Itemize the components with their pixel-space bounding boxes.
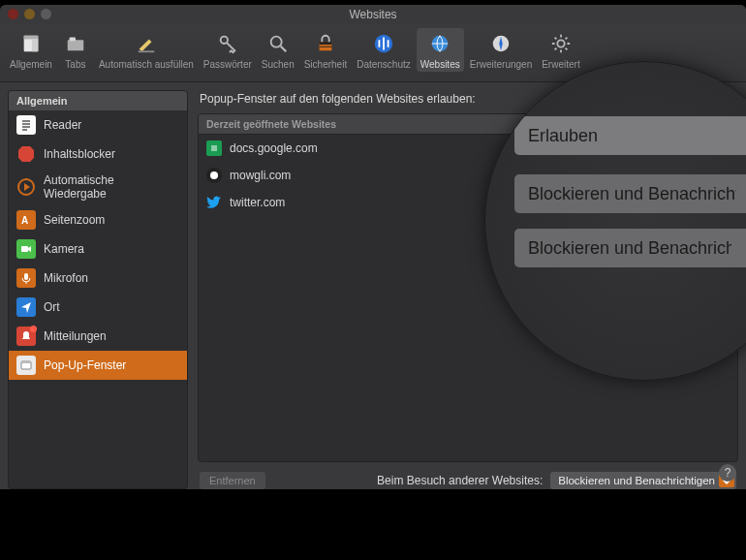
camera-icon [16, 239, 36, 259]
sidebar-item-page-zoom[interactable]: A Seitenzoom [9, 205, 187, 234]
tab-label: Sicherheit [304, 59, 347, 70]
menu-option-label: Blockieren und Benachrichtigen [528, 238, 731, 259]
sidebar-item-label: Seitenzoom [44, 213, 105, 227]
minimize-icon[interactable] [24, 9, 35, 19]
google-docs-icon [206, 140, 222, 156]
remove-button[interactable]: Entfernen [200, 472, 265, 489]
sidebar-item-reader[interactable]: Reader [9, 110, 187, 140]
compass-icon [487, 30, 514, 57]
sidebar-item-autoplay[interactable]: Automatische Wiedergabe [9, 169, 187, 205]
reader-icon [16, 115, 36, 135]
tab-label: Suchen [262, 59, 295, 70]
sidebar-item-location[interactable]: Ort [9, 293, 187, 322]
site-domain: twitter.com [230, 196, 285, 209]
zoom-window-icon[interactable] [41, 9, 51, 19]
tab-general[interactable]: Allgemein [6, 28, 56, 72]
sidebar: Allgemein Reader Inhaltsblocker Automati… [8, 90, 188, 489]
bell-icon [16, 327, 36, 346]
sidebar-item-label: Kamera [44, 242, 84, 256]
tab-extensions[interactable]: Erweiterungen [466, 28, 536, 72]
tab-label: Erweitert [542, 59, 579, 70]
svg-marker-15 [18, 146, 34, 162]
menu-option-block-notify-2[interactable]: Blockieren und Benachrichtigen [514, 229, 746, 267]
svg-rect-10 [320, 47, 332, 47]
svg-text:A: A [21, 215, 28, 226]
svg-rect-4 [70, 38, 76, 42]
tab-label: Automatisch ausfüllen [99, 59, 194, 70]
default-policy-select[interactable]: Blockieren und Benachrichtigen [550, 472, 736, 489]
tab-advanced[interactable]: Erweitert [538, 28, 583, 72]
sidebar-item-label: Reader [44, 118, 81, 132]
close-icon[interactable] [8, 9, 18, 19]
sidebar-item-notifications[interactable]: Mitteilungen [9, 322, 187, 351]
sidebar-item-label: Pop-Up-Fenster [44, 358, 126, 372]
security-icon [312, 30, 339, 57]
tab-label: Tabs [65, 59, 85, 70]
tabs-icon [62, 30, 89, 57]
traffic-lights [8, 9, 51, 19]
search-icon [264, 30, 292, 57]
privacy-icon [370, 30, 397, 57]
general-icon [17, 30, 45, 57]
svg-rect-5 [139, 50, 155, 52]
help-button[interactable]: ? [719, 464, 736, 482]
tab-security[interactable]: Sicherheit [300, 28, 351, 72]
tab-autofill[interactable]: Automatisch ausfüllen [95, 28, 198, 72]
svg-point-6 [220, 37, 227, 44]
sidebar-item-label: Ort [44, 300, 60, 314]
window-icon [16, 356, 36, 375]
microphone-icon [16, 268, 36, 288]
default-policy-label: Beim Besuch anderer Websites: [377, 474, 543, 487]
sidebar-item-microphone[interactable]: Mikrofon [9, 264, 187, 293]
sidebar-item-label: Mitteilungen [44, 329, 107, 343]
tab-label: Erweiterungen [470, 59, 532, 70]
sidebar-item-label: Inhaltsblocker [44, 147, 115, 161]
menu-option-allow[interactable]: Erlauben [514, 116, 746, 155]
combo-value: Blockieren und Benachrichtigen [558, 475, 715, 486]
play-icon [16, 177, 36, 197]
zoom-icon: A [16, 210, 36, 230]
titlebar: Websites [0, 5, 746, 24]
gear-icon [547, 30, 575, 57]
menu-option-label: Erlauben [528, 126, 598, 146]
tab-search[interactable]: Suchen [258, 28, 298, 72]
menu-option-label: Blockieren und Benachrichtigen [528, 184, 736, 204]
tab-label: Allgemein [10, 59, 52, 70]
globe-icon [426, 30, 453, 57]
stop-icon [16, 144, 36, 164]
site-domain: docs.google.com [230, 141, 318, 155]
tab-label: Websites [420, 59, 460, 70]
svg-point-7 [270, 37, 281, 47]
svg-marker-22 [21, 302, 31, 313]
svg-rect-21 [24, 273, 28, 280]
svg-rect-1 [24, 36, 39, 40]
tab-tabs[interactable]: Tabs [58, 28, 93, 72]
svg-rect-3 [68, 40, 84, 50]
sidebar-header: Allgemein [9, 91, 187, 110]
svg-marker-17 [24, 183, 30, 191]
site-domain: mowgli.com [230, 169, 291, 182]
twitter-icon [206, 195, 222, 210]
tab-label: Datenschutz [357, 59, 411, 70]
svg-rect-2 [32, 39, 38, 51]
menu-option-block-notify[interactable]: Blockieren und Benachrichtigen [514, 174, 746, 213]
autofill-icon [133, 30, 160, 57]
notification-badge-icon [30, 326, 37, 332]
sidebar-item-content-blockers[interactable]: Inhaltsblocker [9, 140, 187, 169]
location-icon [16, 297, 36, 317]
sidebar-item-camera[interactable]: Kamera [9, 234, 187, 264]
favicon-icon [206, 168, 222, 183]
tab-privacy[interactable]: Datenschutz [353, 28, 415, 72]
sidebar-item-label: Automatische Wiedergabe [44, 173, 179, 201]
window-title: Websites [0, 8, 746, 21]
sidebar-item-popups[interactable]: Pop-Up-Fenster [9, 351, 187, 380]
tab-websites[interactable]: Websites [417, 28, 464, 72]
svg-rect-9 [320, 42, 332, 45]
main-footer: Entfernen Beim Besuch anderer Websites: … [198, 462, 738, 489]
svg-marker-20 [28, 246, 31, 252]
svg-point-14 [557, 40, 564, 47]
sidebar-item-label: Mikrofon [44, 271, 88, 285]
svg-rect-24 [21, 361, 31, 363]
tab-passwords[interactable]: Passwörter [200, 28, 256, 72]
svg-rect-19 [21, 246, 28, 252]
